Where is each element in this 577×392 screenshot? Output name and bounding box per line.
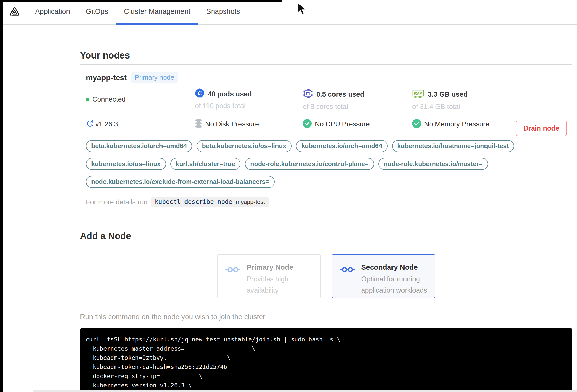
node-version-label: v1.26.3: [95, 120, 118, 128]
version-icon: [86, 119, 95, 130]
node-label-pill: node-role.kubernetes.io/master=: [378, 158, 488, 170]
nav-tabs: Application GitOps Cluster Management Sn…: [27, 0, 248, 24]
node-label-pill: node-role.kubernetes.io/control-plane=: [245, 158, 374, 170]
primary-node-option-desc: Provides high availability: [247, 273, 314, 296]
node-link-icon: [225, 266, 241, 298]
command-line: docker-registry-ip= \: [86, 372, 566, 381]
svg-text:RAM: RAM: [414, 91, 422, 95]
node-label-pill: beta.kubernetes.io/arch=amd64: [86, 140, 192, 152]
screen-edge-left: [0, 0, 3, 392]
replicated-logo-icon: [9, 6, 20, 18]
ram-icon: RAM: [412, 88, 424, 100]
node-label-pill: beta.kubernetes.io/os=linux: [197, 140, 292, 152]
add-node-title: Add a Node: [80, 231, 572, 241]
node-label-pill: node.kubernetes.io/exclude-from-external…: [86, 176, 275, 188]
node-card: myapp-test Primary node Connected: [80, 65, 572, 207]
secondary-node-option[interactable]: Secondary Node Optimal for running appli…: [332, 254, 435, 298]
node-version: v1.26.3: [86, 119, 195, 130]
cluster-management-page: Your nodes myapp-test Primary node Conne…: [80, 25, 572, 392]
kubernetes-icon: [195, 88, 204, 100]
node-type-options: Primary Node Provides high availability …: [80, 254, 572, 298]
node-details-line: For more details run kubectl describe no…: [86, 197, 572, 207]
cpu-icon: [303, 88, 313, 100]
cpu-pressure-label: No CPU Pressure: [315, 120, 370, 128]
check-icon: [412, 119, 421, 130]
kubectl-command: kubectl describe node: [155, 198, 232, 205]
secondary-node-option-desc: Optimal for running application workload…: [361, 273, 429, 296]
kubectl-node-name: myapp-test: [236, 199, 265, 205]
node-status-label: Connected: [92, 96, 126, 103]
node-label-pill: kubernetes.io/arch=amd64: [296, 140, 387, 152]
primary-node-badge: Primary node: [131, 72, 178, 83]
tab-snapshots[interactable]: Snapshots: [198, 0, 248, 25]
drain-node-button[interactable]: Drain node: [516, 121, 567, 136]
check-icon: [303, 119, 312, 130]
screen-edge-bottom: [33, 390, 577, 392]
screen-edge-top: [0, 0, 282, 2]
details-prefix: For more details run: [86, 198, 148, 206]
node-link-icon: [339, 266, 355, 298]
connected-dot-icon: [86, 98, 89, 101]
memory-pressure-label: No Memory Pressure: [424, 120, 489, 128]
stat-memory-value: 3.3 GB used: [428, 90, 468, 98]
stat-cores: 0.5 cores used of 8 cores total: [303, 88, 412, 111]
node-name: myapp-test: [86, 73, 127, 82]
tab-gitops[interactable]: GitOps: [78, 0, 116, 25]
node-label-pill: kubernetes.io/os=linux: [86, 158, 166, 170]
your-nodes-title: Your nodes: [80, 50, 572, 61]
disk-icon: [195, 119, 202, 130]
disk-pressure: No Disk Pressure: [195, 119, 303, 130]
command-line: kubeadm-token=0ztbvy. \: [86, 353, 566, 362]
command-line: kubernetes-version=v1.26.3 \: [86, 381, 566, 390]
join-instruction: Run this command on the node you wish to…: [80, 313, 572, 321]
node-labels: beta.kubernetes.io/arch=amd64 beta.kuber…: [86, 140, 520, 188]
kubectl-describe-chip: kubectl describe node myapp-test: [151, 197, 269, 207]
stat-memory-total: of 31.4 GB total: [412, 103, 572, 111]
tab-cluster-management[interactable]: Cluster Management: [116, 0, 198, 25]
replicated-logo[interactable]: [9, 0, 20, 24]
node-status: Connected: [86, 88, 195, 111]
command-line: curl -fsSL https://kurl.sh/jq-new-test-u…: [86, 335, 566, 344]
join-command-terminal: curl -fsSL https://kurl.sh/jq-new-test-u…: [80, 328, 572, 392]
command-line: kubernetes-master-address= \: [86, 344, 566, 353]
top-nav: Application GitOps Cluster Management Sn…: [0, 0, 577, 25]
stat-cores-value: 0.5 cores used: [316, 90, 364, 98]
section-divider: [80, 245, 572, 245]
stat-pods-total: of 110 pods total: [195, 102, 303, 110]
stat-pods-value: 40 pods used: [208, 90, 252, 98]
primary-node-option-title: Primary Node: [247, 263, 314, 271]
node-label-pill: kurl.sh/cluster=true: [170, 158, 241, 170]
stat-memory: RAM 3.3 GB used of 31.4 GB total: [412, 88, 572, 111]
node-label-pill: kubernetes.io/hostname=jonquil-test: [392, 140, 514, 152]
primary-node-option[interactable]: Primary Node Provides high availability: [217, 254, 321, 298]
secondary-node-option-title: Secondary Node: [361, 263, 429, 271]
node-stats-grid: Connected 40 pods used of 110 pods total: [86, 88, 572, 130]
tab-application[interactable]: Application: [27, 0, 78, 25]
stat-pods: 40 pods used of 110 pods total: [195, 88, 303, 111]
command-line: kubeadm-token-ca-hash=sha256:221d25746: [86, 362, 566, 372]
cpu-pressure: No CPU Pressure: [303, 119, 412, 130]
stat-cores-total: of 8 cores total: [303, 103, 412, 111]
disk-pressure-label: No Disk Pressure: [205, 120, 259, 128]
